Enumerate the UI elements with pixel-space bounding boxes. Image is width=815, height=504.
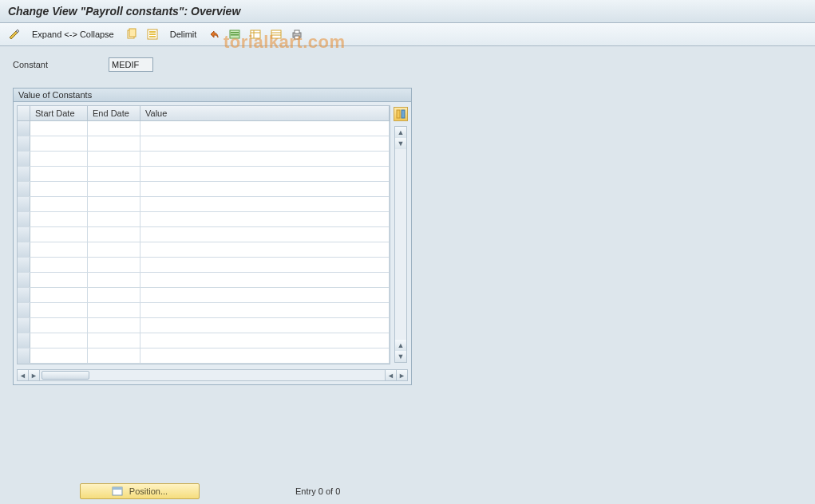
- delimit-button[interactable]: Delimit: [165, 28, 202, 41]
- row-selector[interactable]: [18, 258, 30, 272]
- table-row[interactable]: [18, 318, 390, 333]
- col-start-date[interactable]: Start Date: [30, 106, 88, 120]
- cell-value[interactable]: [140, 333, 390, 348]
- table-row[interactable]: [18, 227, 390, 242]
- table-row[interactable]: [18, 242, 390, 258]
- cell-value[interactable]: [140, 182, 390, 196]
- row-selector[interactable]: [18, 152, 30, 166]
- cell-value[interactable]: [140, 348, 390, 363]
- table-view-icon[interactable]: [247, 26, 263, 42]
- select-all-icon[interactable]: [144, 26, 160, 42]
- table-row[interactable]: [18, 136, 390, 152]
- cell-start-date[interactable]: [30, 182, 88, 196]
- cell-value[interactable]: [140, 273, 390, 287]
- table-row[interactable]: [18, 258, 390, 273]
- cell-end-date[interactable]: [88, 303, 140, 317]
- undo-icon[interactable]: [206, 26, 222, 42]
- cell-end-date[interactable]: [88, 121, 140, 136]
- cell-value[interactable]: [140, 227, 390, 242]
- table-row[interactable]: [18, 121, 390, 136]
- cell-end-date[interactable]: [88, 258, 140, 272]
- cell-end-date[interactable]: [88, 227, 140, 242]
- row-selector[interactable]: [18, 348, 30, 363]
- cell-start-date[interactable]: [30, 121, 88, 136]
- cell-value[interactable]: [140, 303, 390, 317]
- table-row[interactable]: [18, 303, 390, 318]
- table-row[interactable]: [18, 348, 390, 364]
- cell-end-date[interactable]: [88, 333, 140, 348]
- cell-value[interactable]: [140, 167, 390, 181]
- row-selector[interactable]: [18, 212, 30, 226]
- cell-end-date[interactable]: [88, 197, 140, 211]
- cell-end-date[interactable]: [88, 242, 140, 257]
- cell-start-date[interactable]: [30, 318, 88, 333]
- table-row[interactable]: [18, 212, 390, 227]
- table-row[interactable]: [18, 288, 390, 303]
- table-row[interactable]: [18, 167, 390, 182]
- cell-end-date[interactable]: [88, 182, 140, 196]
- table-view2-icon[interactable]: [268, 26, 284, 42]
- row-selector[interactable]: [18, 242, 30, 257]
- scroll-right-inner-icon[interactable]: ►: [29, 370, 40, 380]
- cell-value[interactable]: [140, 121, 390, 136]
- cell-end-date[interactable]: [88, 152, 140, 166]
- cell-start-date[interactable]: [30, 333, 88, 348]
- cell-value[interactable]: [140, 136, 390, 151]
- cell-value[interactable]: [140, 258, 390, 272]
- row-selector[interactable]: [18, 136, 30, 151]
- cell-start-date[interactable]: [30, 273, 88, 287]
- scroll-thumb[interactable]: [42, 371, 89, 380]
- cell-value[interactable]: [140, 288, 390, 302]
- cell-start-date[interactable]: [30, 167, 88, 181]
- cell-end-date[interactable]: [88, 273, 140, 287]
- table-row[interactable]: [18, 333, 390, 348]
- row-selector[interactable]: [18, 273, 30, 287]
- cell-value[interactable]: [140, 197, 390, 211]
- table-row[interactable]: [18, 197, 390, 212]
- row-selector[interactable]: [18, 288, 30, 302]
- row-selector[interactable]: [18, 333, 30, 348]
- expand-collapse-button[interactable]: Expand <-> Collapse: [27, 28, 119, 41]
- row-selector[interactable]: [18, 121, 30, 136]
- toggle-display-change-icon[interactable]: [6, 26, 22, 42]
- cell-start-date[interactable]: [30, 348, 88, 363]
- scroll-up-icon[interactable]: ▲: [395, 127, 406, 138]
- position-button[interactable]: Position...: [80, 483, 200, 499]
- cell-start-date[interactable]: [30, 197, 88, 211]
- cell-start-date[interactable]: [30, 288, 88, 302]
- cell-start-date[interactable]: [30, 136, 88, 151]
- scroll-down-top-icon[interactable]: ▼: [395, 138, 406, 149]
- scroll-down-icon[interactable]: ▼: [395, 351, 406, 362]
- copy-icon[interactable]: [124, 26, 140, 42]
- table-row[interactable]: [18, 273, 390, 288]
- print-icon[interactable]: [289, 26, 305, 42]
- cell-start-date[interactable]: [30, 152, 88, 166]
- configure-columns-icon[interactable]: [394, 107, 408, 121]
- horizontal-scrollbar[interactable]: ◄ ► ◄ ►: [17, 369, 408, 381]
- cell-value[interactable]: [140, 152, 390, 166]
- scroll-left-icon[interactable]: ◄: [18, 370, 29, 380]
- row-selector[interactable]: [18, 182, 30, 196]
- cell-end-date[interactable]: [88, 318, 140, 333]
- row-selector[interactable]: [18, 167, 30, 181]
- cell-value[interactable]: [140, 318, 390, 333]
- vertical-scrollbar[interactable]: ▲ ▼ ▲ ▼: [394, 126, 407, 363]
- constant-input[interactable]: [109, 57, 153, 72]
- scroll-left-inner-icon[interactable]: ◄: [385, 370, 396, 380]
- row-selector[interactable]: [18, 303, 30, 317]
- cell-start-date[interactable]: [30, 227, 88, 242]
- scroll-up-bottom-icon[interactable]: ▲: [395, 340, 406, 351]
- row-selector[interactable]: [18, 227, 30, 242]
- cell-end-date[interactable]: [88, 288, 140, 302]
- scroll-right-icon[interactable]: ►: [396, 370, 407, 380]
- cell-end-date[interactable]: [88, 167, 140, 181]
- cell-end-date[interactable]: [88, 212, 140, 226]
- table-row[interactable]: [18, 182, 390, 197]
- cell-start-date[interactable]: [30, 212, 88, 226]
- col-value[interactable]: Value: [140, 106, 390, 120]
- cell-end-date[interactable]: [88, 136, 140, 151]
- cell-value[interactable]: [140, 212, 390, 226]
- row-selector[interactable]: [18, 197, 30, 211]
- col-end-date[interactable]: End Date: [88, 106, 140, 120]
- cell-value[interactable]: [140, 242, 390, 257]
